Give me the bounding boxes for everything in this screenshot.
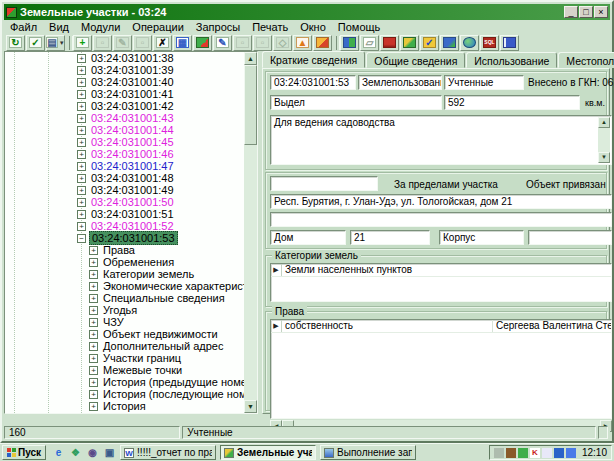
media-player-icon[interactable]: ◉ xyxy=(86,446,99,459)
tree-item[interactable]: +Категории земель xyxy=(5,268,244,280)
expand-icon[interactable]: + xyxy=(89,306,98,315)
task-button[interactable]: W!!!!!_отчет по практи... xyxy=(120,445,216,460)
globe-icon[interactable] xyxy=(460,35,479,51)
expand-icon[interactable]: + xyxy=(89,330,98,339)
expand-icon[interactable]: + xyxy=(89,402,98,411)
tree-item[interactable]: +03:24:031001:47 xyxy=(5,160,244,172)
volume-tray-icon[interactable] xyxy=(506,448,516,458)
scroll-down-icon[interactable]: ▼ xyxy=(598,152,610,163)
address-line2-field[interactable] xyxy=(270,212,612,227)
scheduler-tray-icon[interactable] xyxy=(542,448,552,458)
tree-item[interactable]: +Участки границ xyxy=(5,352,244,364)
tree-item[interactable]: +Межевые точки xyxy=(5,364,244,376)
green-book-icon[interactable] xyxy=(400,35,419,51)
language-tray-icon[interactable] xyxy=(566,448,576,458)
tree-item[interactable]: +История (последующие номера) xyxy=(5,388,244,400)
tree-item[interactable]: +03:24:031001:45 xyxy=(5,136,244,148)
expand-icon[interactable]: + xyxy=(77,90,86,99)
scroll-up-icon[interactable]: ▲ xyxy=(244,52,257,65)
tree-item[interactable]: +Документы дела xyxy=(5,412,244,414)
address-extra-field[interactable] xyxy=(270,176,378,191)
display-tray-icon[interactable] xyxy=(494,448,504,458)
tree-item[interactable]: +Дополнительный адрес xyxy=(5,340,244,352)
permitted-use-textarea[interactable]: Для ведения садоводства ▲ ▼ xyxy=(270,115,612,165)
expand-icon[interactable]: + xyxy=(89,318,98,327)
cadastral-number-field[interactable]: 03:24:031001:53 xyxy=(270,75,356,90)
tree-item[interactable]: +03:24:031001:49 xyxy=(5,184,244,196)
expand-icon[interactable]: + xyxy=(77,78,86,87)
menu-item-операции[interactable]: Операции xyxy=(126,20,189,34)
expand-icon[interactable]: + xyxy=(77,162,86,171)
expand-icon[interactable]: + xyxy=(77,126,86,135)
notebook-icon[interactable] xyxy=(500,35,519,51)
tab-использование[interactable]: Использование xyxy=(466,52,557,68)
internet-explorer-icon[interactable]: e xyxy=(52,446,65,459)
tree-item[interactable]: +ЧЗУ xyxy=(5,316,244,328)
menu-item-помощь[interactable]: Помощь xyxy=(332,20,387,34)
textarea-scrollbar[interactable]: ▲ ▼ xyxy=(598,117,610,163)
import-icon[interactable]: ▲ xyxy=(293,35,312,51)
tree-item[interactable]: +03:24:031001:46 xyxy=(5,148,244,160)
category-row[interactable]: ▶ Земли населенных пунктов xyxy=(271,264,611,277)
close-button[interactable]: × xyxy=(594,6,608,18)
tree-item[interactable]: +03:24:031001:44 xyxy=(5,124,244,136)
blue-book-icon[interactable] xyxy=(440,35,459,51)
tree-item[interactable]: +История (предыдущие номера) xyxy=(5,376,244,388)
draw-icon[interactable]: ✎ xyxy=(213,35,232,51)
expand-icon[interactable]: + xyxy=(77,138,86,147)
restore-button[interactable]: □ xyxy=(579,6,593,18)
confirm-icon[interactable]: ✓ xyxy=(26,35,45,51)
users-icon[interactable] xyxy=(340,35,359,51)
menu-item-файл[interactable]: Файл xyxy=(4,20,43,34)
expand-icon[interactable]: + xyxy=(89,246,98,255)
map-icon[interactable] xyxy=(193,35,212,51)
expand-icon[interactable]: + xyxy=(89,354,98,363)
tree-item[interactable]: +03:24:031001:42 xyxy=(5,100,244,112)
menu-item-запросы[interactable]: Запросы xyxy=(190,20,246,34)
desktop-icon[interactable]: ▣ xyxy=(103,446,116,459)
tree-item[interactable]: +03:24:031001:41 xyxy=(5,88,244,100)
dropdown-arrow-icon[interactable]: ▼ xyxy=(59,40,65,46)
delete-record-icon[interactable]: ✗ xyxy=(153,35,172,51)
menu-item-окно[interactable]: Окно xyxy=(294,20,332,34)
tree-item[interactable]: +03:24:031001:38 xyxy=(5,52,244,64)
expand-icon[interactable]: + xyxy=(77,102,86,111)
address-field[interactable]: Респ. Бурятия, г. Улан-Удэ, ул. Тологойс… xyxy=(270,194,612,209)
network-tray-icon[interactable] xyxy=(554,448,564,458)
tree-item[interactable]: +Угодья xyxy=(5,304,244,316)
menu-item-вид[interactable]: Вид xyxy=(43,20,75,34)
tree-item[interactable]: −03:24:031001:53 xyxy=(5,232,244,244)
expand-icon[interactable]: + xyxy=(77,222,86,231)
tree-item[interactable]: +История xyxy=(5,400,244,412)
allotment-type-field[interactable]: Выдел xyxy=(270,95,442,110)
tree-item[interactable]: +Специальные сведения xyxy=(5,292,244,304)
tab-краткие-сведения[interactable]: Краткие сведения xyxy=(262,51,365,68)
expand-icon[interactable]: + xyxy=(89,366,98,375)
expand-icon[interactable]: + xyxy=(89,294,98,303)
antivirus-tray-icon[interactable] xyxy=(518,448,528,458)
red-book-icon[interactable] xyxy=(380,35,399,51)
task-button[interactable]: Выполнение запроса xyxy=(320,445,416,460)
expand-icon[interactable]: + xyxy=(77,174,86,183)
expand-icon[interactable]: + xyxy=(89,390,98,399)
record-status-field[interactable]: Учтенные xyxy=(444,75,524,90)
tab-общие-сведения[interactable]: Общие сведения xyxy=(366,52,465,68)
refresh-icon[interactable]: ↻ xyxy=(6,35,25,51)
tree-item[interactable]: +Экономические характеристики xyxy=(5,280,244,292)
task-button[interactable]: Земельные участ... xyxy=(220,445,316,460)
expand-icon[interactable]: + xyxy=(89,258,98,267)
building-label-field[interactable]: Корпус xyxy=(439,230,524,245)
tree-item[interactable]: +03:24:031001:40 xyxy=(5,76,244,88)
copy-icon[interactable]: ▱ xyxy=(360,35,379,51)
tasks-check-icon[interactable]: ✓ xyxy=(420,35,439,51)
expand-icon[interactable]: + xyxy=(89,378,98,387)
house-number-field[interactable]: 21 xyxy=(350,230,430,245)
grid-view-icon[interactable]: ▦ xyxy=(173,35,192,51)
scrollbar-thumb[interactable] xyxy=(244,65,257,145)
expand-icon[interactable]: + xyxy=(77,66,86,75)
tree-item[interactable]: +03:24:031001:39 xyxy=(5,64,244,76)
house-label-field[interactable]: Дом xyxy=(270,230,346,245)
minimize-button[interactable]: _ xyxy=(564,6,578,18)
tab-местоположение[interactable]: Местоположение xyxy=(558,52,614,68)
export-icon[interactable] xyxy=(313,35,332,51)
